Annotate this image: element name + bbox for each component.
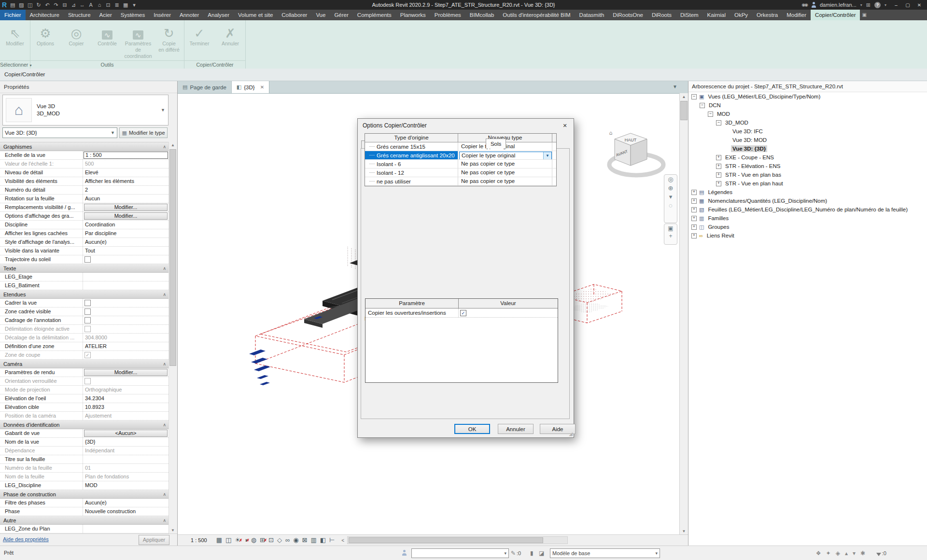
ribbon-tab-systemes[interactable]: Systèmes xyxy=(116,10,150,20)
ribbon-tab-outils-d-interoperabilite-bim[interactable]: Outils d'interopérabilité BIM xyxy=(498,10,575,20)
shadows-icon[interactable]: ◑✗ xyxy=(244,536,248,545)
category-row-gres-cerame-15x15[interactable]: Grés cerame 15x15Copier le type original xyxy=(365,142,556,151)
navigation-bar[interactable]: ◎⊕▾◌ xyxy=(664,174,677,223)
property-value[interactable]: Modifier... xyxy=(83,212,169,220)
origin-type-cell[interactable]: Isolant - 12 xyxy=(365,168,458,177)
expand-plus-icon[interactable]: + xyxy=(716,181,721,186)
property-value[interactable]: 10.8923 xyxy=(83,403,169,411)
ribbon-tab-complements[interactable]: Compléments xyxy=(353,10,396,20)
ribbon-tab-collaborer[interactable]: Collaborer xyxy=(277,10,311,20)
open-icon[interactable]: ▨ xyxy=(17,1,25,9)
ribbon-button-copier[interactable]: ◎Copier xyxy=(61,23,91,59)
ribbon-tab-architecture[interactable]: Architecture xyxy=(26,10,64,20)
property-value[interactable]: {3D} xyxy=(83,438,169,446)
properties-section-donnees-d-identification[interactable]: Données d'identification∧ xyxy=(0,420,169,429)
tree-item-str-vue-en-plan-bas[interactable]: +STR - Vue en plan bas xyxy=(688,170,927,179)
property-value-button[interactable]: <Aucun> xyxy=(84,430,168,437)
tree-item-str-vue-en-plan-haut[interactable]: +STR - Vue en plan haut xyxy=(688,179,927,188)
properties-section-etendues[interactable]: Etendues∧ xyxy=(0,290,169,299)
property-value[interactable]: 01 xyxy=(83,464,169,472)
property-value[interactable]: Orthographique xyxy=(83,386,169,394)
property-value-button[interactable]: Modifier... xyxy=(84,369,168,376)
type-selector-chevron-icon[interactable]: ▼ xyxy=(161,108,165,112)
expand-plus-icon[interactable]: + xyxy=(716,172,721,178)
dialog-resize-grip[interactable]: ◢ xyxy=(569,431,573,436)
column-header-value[interactable]: Valeur xyxy=(459,299,558,308)
properties-scrollbar[interactable]: ▲ ▼ xyxy=(169,142,177,534)
dialog-tab-sols[interactable]: Sols xyxy=(486,139,506,149)
canvas-vertical-scrollbar[interactable]: ▲ ▼ xyxy=(679,93,688,535)
view-tab-3d[interactable]: ◧{3D}✕ xyxy=(232,81,269,93)
ribbon-button-options[interactable]: ⚙Options xyxy=(30,23,60,59)
property-value[interactable]: 34.2304 xyxy=(83,394,169,403)
properties-section-texte[interactable]: Texte∧ xyxy=(0,264,169,273)
instance-selector-combo[interactable]: Vue 3D: {3D} ▼ xyxy=(2,127,117,138)
ribbon-button-terminer[interactable]: ✓Terminer xyxy=(184,23,214,47)
pan-icon[interactable]: + xyxy=(669,233,672,239)
worksets-icon[interactable]: ✦ xyxy=(826,550,831,557)
ok-button[interactable]: OK xyxy=(454,424,490,434)
app-store-cart-icon[interactable]: ⊞ xyxy=(866,2,871,8)
select-pinned-icon[interactable]: ✱ xyxy=(860,550,865,557)
property-value[interactable]: 1 : 500 xyxy=(83,151,169,159)
ribbon-tab-diroots[interactable]: DiRoots xyxy=(647,10,676,20)
tree-item-vue-3d-ifc[interactable]: Vue 3D: IFC xyxy=(688,127,927,136)
ribbon-panel-label-outils[interactable]: Outils xyxy=(30,60,184,69)
background-processes-icon[interactable]: ◈ xyxy=(836,550,840,557)
collapse-chevron-icon[interactable]: ∧ xyxy=(163,518,166,523)
property-value[interactable] xyxy=(83,455,169,463)
expand-plus-icon[interactable]: + xyxy=(691,224,697,230)
ribbon-tab-copier-controler[interactable]: Copier/Contrôler xyxy=(811,10,860,20)
detail-level-icon[interactable]: ▦ xyxy=(216,536,222,545)
editing-requests-icon[interactable]: ✎:0 xyxy=(511,550,521,557)
new-type-cell[interactable]: Ne pas copier ce type xyxy=(458,160,552,168)
suspend-icon[interactable]: ▮ xyxy=(530,550,534,557)
exit-canvas-icon[interactable]: ◪ xyxy=(539,550,544,557)
dimension-icon[interactable]: ↔ xyxy=(78,1,86,9)
temporary-hide-isolate-icon[interactable]: ◉ xyxy=(293,536,298,545)
tree-item-nomenclatures-quantites-leg-discipline-nom[interactable]: +▦Nomenclatures/Quantités (LEG_Disciplin… xyxy=(688,196,927,205)
tree-item-exe-coupe-ens[interactable]: +EXE - Coupe - ENS xyxy=(688,153,927,162)
scroll-up-icon[interactable]: ▲ xyxy=(680,93,688,100)
reveal-hidden-elements-icon[interactable]: ∞ xyxy=(285,536,290,545)
ribbon-tab-planworks[interactable]: Planworks xyxy=(396,10,430,20)
property-value[interactable]: 2 xyxy=(83,186,169,194)
properties-help-link[interactable]: Aide des propriétés xyxy=(3,536,49,542)
reveal-constraints-icon[interactable]: ▥ xyxy=(310,536,316,545)
property-value[interactable]: MOD xyxy=(83,481,169,490)
property-value[interactable]: ATELIER xyxy=(83,342,169,350)
scrollbar-thumb[interactable] xyxy=(169,149,176,366)
file-menu-icon[interactable]: ▤ xyxy=(9,1,16,9)
property-checkbox[interactable] xyxy=(84,256,91,263)
ribbon-tab-annoter[interactable]: Annoter xyxy=(175,10,203,20)
expand-plus-icon[interactable]: + xyxy=(691,190,697,195)
ribbon-button-controle[interactable]: ∿Contrôle xyxy=(92,23,122,59)
properties-section-camera[interactable]: Caméra∧ xyxy=(0,360,169,368)
tree-item-vue-3d-mod[interactable]: Vue 3D: MOD xyxy=(688,136,927,144)
visual-style-icon[interactable]: ◫ xyxy=(225,536,231,545)
apply-button[interactable]: Appliquer xyxy=(139,535,169,545)
property-value[interactable]: Aucun xyxy=(83,195,169,203)
column-header-parameter[interactable]: Paramètre xyxy=(365,299,459,308)
undo-icon[interactable]: ↶ xyxy=(43,1,51,9)
property-checkbox[interactable] xyxy=(84,326,91,332)
property-value[interactable]: ✓ xyxy=(83,351,169,359)
ribbon-tab-analyser[interactable]: Analyser xyxy=(203,10,234,20)
ribbon-tab-kairnial[interactable]: Kairnial xyxy=(703,10,730,20)
origin-type-cell[interactable]: Isolant - 6 xyxy=(365,160,458,168)
new-type-cell[interactable]: Ne pas copier ce type xyxy=(458,168,552,177)
property-checkbox[interactable] xyxy=(84,317,91,323)
panel-toggle-icon[interactable]: ▣ xyxy=(862,10,866,20)
category-row-isolant-12[interactable]: Isolant - 12Ne pas copier ce type xyxy=(365,168,556,177)
property-value[interactable]: Afficher les éléments xyxy=(83,177,169,185)
dialog-close-icon[interactable]: ✕ xyxy=(559,121,571,130)
property-value[interactable]: Modifier... xyxy=(83,203,169,211)
help-menu-chevron-icon[interactable]: ▾ xyxy=(885,3,886,7)
scroll-up-icon[interactable]: ▲ xyxy=(169,142,177,149)
section-icon[interactable]: ⊡ xyxy=(104,1,112,9)
ribbon-tab-problemes[interactable]: Problèmes xyxy=(430,10,465,20)
property-value[interactable] xyxy=(83,316,169,324)
property-value[interactable] xyxy=(83,377,169,385)
minimize-button[interactable]: – xyxy=(890,0,902,9)
view-tab-close-icon[interactable]: ✕ xyxy=(260,84,264,90)
